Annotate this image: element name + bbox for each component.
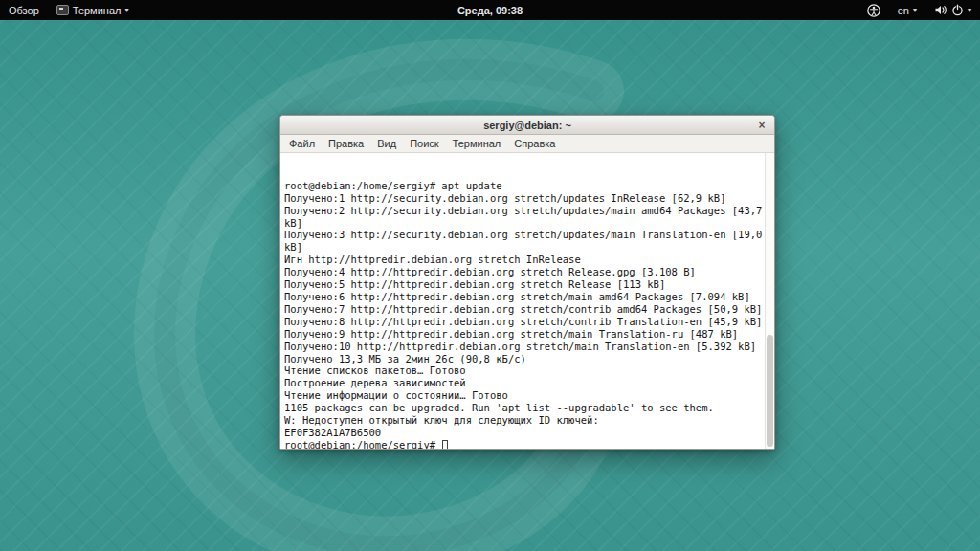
terminal-line: Игн http://httpredir.debian.org stretch … xyxy=(284,253,763,266)
accessibility-icon xyxy=(867,4,880,17)
terminal-window: sergiy@debian: ~ × ФайлПравкаВидПоискТер… xyxy=(279,115,775,450)
clock-label: Среда, 09:38 xyxy=(457,5,523,16)
app-menu-button[interactable]: Терминал ▾ xyxy=(48,0,138,20)
window-titlebar[interactable]: sergiy@debian: ~ × xyxy=(280,116,774,135)
terminal-line: Получено:2 http://security.debian.org st… xyxy=(284,205,763,217)
menubar-item[interactable]: Терминал xyxy=(446,136,508,151)
menubar-item[interactable]: Поиск xyxy=(403,136,445,151)
terminal-line: kB] xyxy=(284,217,763,230)
terminal-scrollbar[interactable] xyxy=(765,153,774,449)
terminal-line: Получено:4 http://httpredir.debian.org s… xyxy=(284,266,763,278)
chevron-down-icon: ▾ xyxy=(124,6,128,14)
menubar-item[interactable]: Вид xyxy=(370,136,403,151)
power-icon xyxy=(951,4,964,16)
chevron-down-icon: ▾ xyxy=(913,6,917,14)
terminal-line: Получено 13,3 МБ за 2мин 26с (90,8 кБ/с) xyxy=(284,353,763,365)
terminal-output: root@debian:/home/sergiy# apt updateПолу… xyxy=(280,153,765,449)
keyboard-layout-label: en xyxy=(898,5,909,16)
terminal-line: Получено:1 http://security.debian.org st… xyxy=(284,192,763,205)
menubar-item[interactable]: Справка xyxy=(507,136,562,151)
system-status-menu-button[interactable]: ▾ xyxy=(925,0,980,20)
activities-label: Обзор xyxy=(9,5,39,16)
menubar-item[interactable]: Правка xyxy=(322,136,370,151)
terminal-line: Получено:10 http://httpredir.debian.org … xyxy=(284,341,763,353)
terminal-line: Получено:3 http://security.debian.org st… xyxy=(284,229,763,241)
gnome-top-bar: Обзор Терминал ▾ Среда, 09:38 en ▾ xyxy=(0,0,980,20)
window-title: sergiy@debian: ~ xyxy=(483,120,571,131)
accessibility-menu-button[interactable] xyxy=(858,0,889,20)
terminal-menubar: ФайлПравкаВидПоискТерминалСправка xyxy=(280,135,774,153)
terminal-line: 1105 packages can be upgraded. Run 'apt … xyxy=(284,402,763,414)
chevron-down-icon: ▾ xyxy=(968,6,971,14)
app-menu-label: Терминал xyxy=(73,5,122,16)
activities-button[interactable]: Обзор xyxy=(0,0,48,20)
terminal-body[interactable]: root@debian:/home/sergiy# apt updateПолу… xyxy=(280,153,774,449)
terminal-line: Получено:6 http://httpredir.debian.org s… xyxy=(284,291,763,303)
terminal-line: W: Недоступен открытый ключ для следующи… xyxy=(284,414,763,427)
keyboard-layout-button[interactable]: en ▾ xyxy=(889,0,925,20)
terminal-line: Чтение информации о состоянии… Готово xyxy=(284,389,763,402)
terminal-line: Построение дерева зависимостей xyxy=(284,377,763,389)
scrollbar-thumb[interactable] xyxy=(767,335,773,447)
terminal-line: Получено:7 http://httpredir.debian.org s… xyxy=(284,303,763,316)
volume-icon xyxy=(934,4,947,16)
terminal-prompt-line: root@debian:/home/sergiy# xyxy=(284,439,763,449)
terminal-line: kB] xyxy=(284,241,763,253)
terminal-cursor xyxy=(442,440,448,449)
terminal-line: EF0F382A1A7B6500 xyxy=(284,427,763,439)
terminal-line: Получено:5 http://httpredir.debian.org s… xyxy=(284,278,763,291)
terminal-prompt-text: root@debian:/home/sergiy# xyxy=(284,439,441,449)
terminal-line: Получено:8 http://httpredir.debian.org s… xyxy=(284,316,763,328)
terminal-line: root@debian:/home/sergiy# apt update xyxy=(284,180,763,192)
clock-button[interactable]: Среда, 09:38 xyxy=(450,0,530,20)
terminal-app-icon xyxy=(56,5,69,15)
menubar-item[interactable]: Файл xyxy=(282,136,322,151)
terminal-line: Получено:9 http://httpredir.debian.org s… xyxy=(284,328,763,341)
close-button[interactable]: × xyxy=(755,119,768,132)
terminal-line: Чтение списков пакетов… Готово xyxy=(284,364,763,377)
